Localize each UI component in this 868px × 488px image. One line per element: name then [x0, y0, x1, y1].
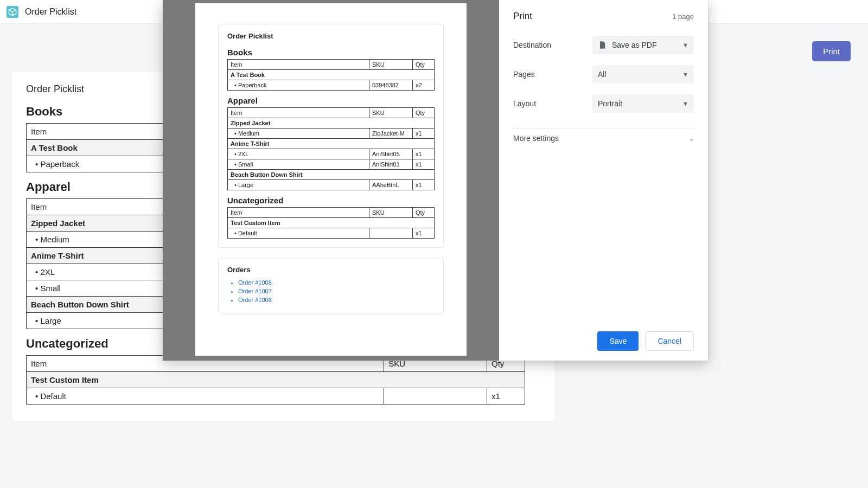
variant-row: • 2XLAniShirt05x1: [228, 149, 435, 159]
layout-label: Layout: [513, 99, 592, 108]
picklist-table: ItemSKUQtyTest Custom Item• Defaultx1: [26, 355, 525, 404]
preview-picklist-card: Order Picklist BooksItemSKUQtyA Test Boo…: [218, 24, 444, 248]
app-logo-icon: [7, 6, 18, 18]
print-preview-page: Order Picklist BooksItemSKUQtyA Test Boo…: [195, 3, 467, 356]
pages-select[interactable]: All ▼: [592, 65, 694, 84]
variant-row: • MediumZipJacket-Mx1: [228, 129, 435, 139]
variant-row: • Defaultx1: [228, 228, 435, 239]
variant-row: • Defaultx1: [27, 388, 525, 404]
column-qty: Qty: [413, 208, 435, 218]
variant-row: • Paperback03948382x2: [228, 80, 435, 91]
destination-label: Destination: [513, 41, 592, 49]
pdf-icon: [598, 40, 607, 50]
picklist-table: ItemSKUQtyTest Custom Item• Defaultx1: [227, 207, 435, 239]
column-item: Item: [228, 208, 369, 218]
product-row: Beach Button Down Shirt: [228, 170, 435, 180]
more-settings-toggle[interactable]: More settings ⌄: [513, 128, 694, 148]
product-row: Test Custom Item: [228, 218, 435, 228]
pages-value: All: [598, 70, 607, 79]
product-row: Zipped Jacket: [228, 118, 435, 129]
column-qty: Qty: [413, 60, 435, 70]
section-title: Books: [227, 48, 435, 57]
preview-title: Order Picklist: [227, 32, 435, 40]
section-title: Uncategorized: [227, 196, 435, 205]
print-dialog-title: Print: [513, 11, 532, 22]
chevron-down-icon: ⌄: [689, 135, 694, 142]
section-title: Apparel: [227, 96, 435, 105]
page-actions: Print: [812, 41, 851, 61]
column-sku: SKU: [369, 108, 413, 118]
preview-orders-card: Orders Order #1008Order #1007Order #1006: [218, 258, 444, 313]
app-title: Order Picklist: [25, 7, 76, 17]
print-settings-pane: Print 1 page Destination Save as PDF ▼ P…: [499, 0, 708, 361]
chevron-down-icon: ▼: [682, 71, 688, 78]
destination-select[interactable]: Save as PDF ▼: [592, 36, 694, 54]
print-dialog: Order Picklist BooksItemSKUQtyA Test Boo…: [163, 0, 708, 361]
order-link[interactable]: Order #1008: [238, 279, 435, 286]
picklist-table: ItemSKUQtyZipped Jacket• MediumZipJacket…: [227, 107, 435, 190]
save-button[interactable]: Save: [597, 331, 639, 351]
order-link[interactable]: Order #1007: [238, 288, 435, 294]
column-sku: SKU: [369, 208, 413, 218]
variant-row: • SmallAniShirt01x1: [228, 159, 435, 170]
layout-select[interactable]: Portrait ▼: [592, 94, 694, 113]
variant-row: • LargeAAheBtnLx1: [228, 180, 435, 190]
layout-value: Portrait: [598, 99, 622, 108]
chevron-down-icon: ▼: [682, 100, 688, 107]
product-row: Test Custom Item: [27, 372, 525, 388]
column-item: Item: [228, 60, 369, 70]
print-button[interactable]: Print: [812, 41, 851, 61]
picklist-table: ItemSKUQtyA Test Book• Paperback03948382…: [227, 59, 435, 91]
print-preview-pane[interactable]: Order Picklist BooksItemSKUQtyA Test Boo…: [163, 0, 499, 361]
print-page-count: 1 page: [672, 12, 694, 21]
more-settings-label: More settings: [513, 134, 559, 143]
product-row: A Test Book: [228, 70, 435, 80]
column-item: Item: [228, 108, 369, 118]
order-link[interactable]: Order #1006: [238, 297, 435, 303]
preview-orders-heading: Orders: [227, 266, 435, 274]
product-row: Anime T-Shirt: [228, 139, 435, 149]
column-sku: SKU: [369, 60, 413, 70]
pages-label: Pages: [513, 70, 592, 79]
destination-value: Save as PDF: [612, 41, 656, 49]
chevron-down-icon: ▼: [682, 42, 688, 48]
cancel-button[interactable]: Cancel: [645, 331, 694, 351]
column-qty: Qty: [413, 108, 435, 118]
